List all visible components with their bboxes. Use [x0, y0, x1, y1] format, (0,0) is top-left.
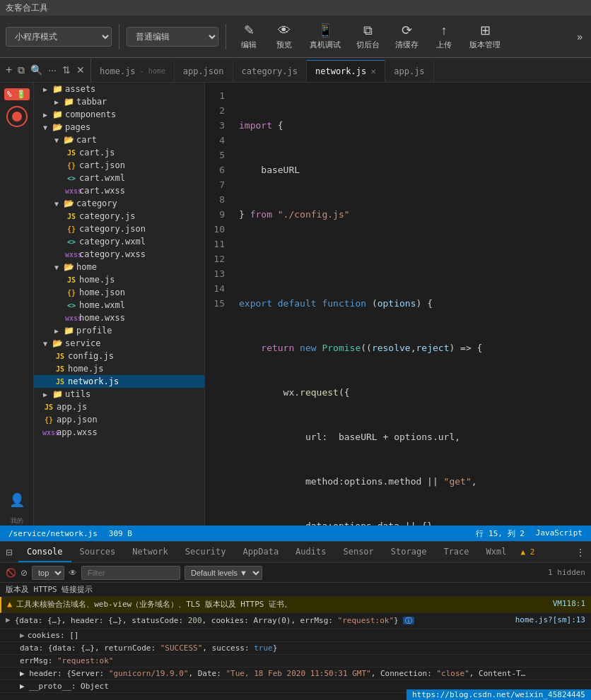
- bottom-panel-collapse[interactable]: ⊟: [0, 547, 18, 557]
- tree-item-cart[interactable]: ▼ 📂 cart: [34, 134, 204, 146]
- tab-app-js-label: app.js: [394, 66, 424, 76]
- tree-item-app-wxss[interactable]: wxss app.wxss: [34, 426, 204, 439]
- tab-more-btn[interactable]: ···: [48, 64, 57, 76]
- tree-item-home-folder[interactable]: ▼ 📂 home: [34, 261, 204, 273]
- record-inner-circle: [12, 112, 22, 121]
- expand-arrow-icon[interactable]: ▶: [6, 615, 11, 624]
- tree-item-cart-wxss[interactable]: wxss cart.wxss: [34, 184, 204, 197]
- editor-scroll-area[interactable]: 1 2 3 4 5 6 7 8 9 10 11 12 13 14 15 impo…: [205, 83, 591, 526]
- wxml-icon-home: <>: [65, 300, 78, 310]
- console-context-select[interactable]: top: [32, 566, 64, 580]
- tab-split-btn[interactable]: ⧉: [18, 64, 25, 76]
- json-icon-category: {}: [65, 224, 78, 234]
- tree-item-profile[interactable]: ▶ 📁 profile: [34, 324, 204, 337]
- toolbar-preview-btn[interactable]: 👁 预览: [269, 20, 300, 53]
- bottom-tab-storage[interactable]: Storage: [382, 542, 435, 562]
- editor-mode-select[interactable]: 普通编辑: [127, 27, 218, 47]
- folder-icon-profile: 📁: [62, 326, 75, 336]
- warning-file-ref[interactable]: VM118:1: [553, 599, 585, 608]
- tab-new-btn[interactable]: +: [6, 64, 12, 76]
- tree-item-home-json[interactable]: {} home.json: [34, 286, 204, 299]
- app-json-label: app.json: [57, 415, 204, 425]
- bottom-tab-network[interactable]: Network: [124, 542, 177, 562]
- mode-select[interactable]: 小程序模式: [6, 27, 112, 47]
- tab-sort-btn[interactable]: ⇅: [62, 64, 71, 76]
- bottom-tab-trace[interactable]: Trace: [435, 542, 477, 562]
- tree-item-cart-wxml[interactable]: <> cart.wxml: [34, 172, 204, 184]
- phone-icon: 📱: [317, 23, 333, 38]
- console-block-btn[interactable]: ⊘: [21, 568, 28, 578]
- tree-item-service[interactable]: ▼ 📂 service: [34, 337, 204, 350]
- tab-home-js-label: home.js: [100, 66, 136, 76]
- bottom-tab-sources[interactable]: Sources: [71, 542, 124, 562]
- bottom-tab-appdata[interactable]: AppData: [235, 542, 288, 562]
- tree-item-home-js[interactable]: JS home.js: [34, 273, 204, 286]
- bottom-tab-wxml[interactable]: Wxml: [478, 542, 515, 562]
- console-output[interactable]: 版本及 HTTPS 链接提示 ▲ 工具未核验合法域名、web-view（业务域名…: [0, 583, 591, 700]
- json-icon-app: {}: [42, 415, 55, 425]
- profile-arrow: ▶: [51, 327, 62, 335]
- toolbar-version-btn[interactable]: ⊞ 版本管理: [464, 20, 506, 53]
- cart-label: cart: [76, 135, 204, 145]
- toolbar-debug-btn[interactable]: 📱 真机调试: [304, 20, 346, 53]
- tree-item-service-home-js[interactable]: JS home.js: [34, 362, 204, 375]
- js-icon-network: JS: [54, 376, 66, 386]
- tree-item-cart-js[interactable]: JS cart.js: [34, 146, 204, 159]
- console-level-select[interactable]: Default levels ▼: [185, 566, 262, 580]
- tab-search-btn[interactable]: 🔍: [30, 64, 42, 76]
- folder-icon-components: 📁: [51, 109, 64, 119]
- cookies-label: cookies: []: [28, 631, 79, 640]
- record-button[interactable]: [6, 106, 28, 127]
- toolbar-clear-btn[interactable]: ⟳ 清缓存: [390, 20, 424, 53]
- bottom-tab-console[interactable]: Console: [18, 542, 71, 562]
- bottom-tab-sensor[interactable]: Sensor: [334, 542, 382, 562]
- toolbar-upload-btn[interactable]: ↑ 上传: [428, 20, 460, 53]
- tab-app-js[interactable]: app.js: [385, 60, 433, 82]
- tree-item-home-wxss[interactable]: wxss home.wxss: [34, 312, 204, 324]
- tree-item-app-js[interactable]: JS app.js: [34, 401, 204, 413]
- tree-item-tabbar[interactable]: ▶ 📁 tabbar: [34, 95, 204, 108]
- code-content[interactable]: import { baseURL } from "./config.js" ex…: [233, 83, 591, 526]
- tab-network-js[interactable]: network.js ✕: [307, 60, 385, 82]
- edit-icon: ✎: [244, 23, 254, 38]
- console-tree-cookies[interactable]: ▶ cookies: []: [0, 629, 591, 642]
- tab-category-js[interactable]: category.js: [233, 60, 307, 82]
- console-tree-data: data: {data: {…}, returnCode: "SUCCESS",…: [0, 642, 591, 655]
- line-num-6: 6: [205, 162, 225, 177]
- tree-item-pages[interactable]: ▼ 📂 pages: [34, 121, 204, 134]
- tree-item-cart-json[interactable]: {} cart.json: [34, 159, 204, 172]
- toolbar-more-btn[interactable]: »: [574, 28, 585, 45]
- tree-item-category-js[interactable]: JS category.js: [34, 210, 204, 223]
- profile-label: profile: [76, 326, 204, 336]
- wxss-icon-cart: wxss: [65, 186, 78, 196]
- tree-item-assets[interactable]: ▶ 📁 assets: [34, 83, 204, 95]
- bottom-url-text: https://blog.csdn.net/weixin_45824445: [412, 690, 585, 699]
- tree-item-utils[interactable]: ▶ 📁 utils: [34, 388, 204, 401]
- tree-item-category-json[interactable]: {} category.json: [34, 223, 204, 235]
- console-filter-input[interactable]: [81, 566, 180, 580]
- folder-icon-tabbar: 📁: [62, 97, 75, 107]
- tree-item-category[interactable]: ▼ 📂 category: [34, 197, 204, 210]
- tree-item-config-js[interactable]: JS config.js: [34, 350, 204, 362]
- tree-item-category-wxml[interactable]: <> category.wxml: [34, 235, 204, 248]
- tree-item-network-js[interactable]: JS network.js: [34, 375, 204, 388]
- user-button[interactable]: 👤: [9, 492, 25, 508]
- bottom-tab-audits[interactable]: Audits: [287, 542, 334, 562]
- tab-close-btn[interactable]: ✕: [76, 64, 85, 76]
- tree-item-home-wxml[interactable]: <> home.wxml: [34, 299, 204, 312]
- bottom-tab-security[interactable]: Security: [177, 542, 235, 562]
- info-file-ref[interactable]: home.js?[sm]:13: [515, 615, 585, 624]
- tab-app-json[interactable]: app.json: [175, 60, 233, 82]
- tree-item-category-wxss[interactable]: wxss category.wxss: [34, 248, 204, 261]
- console-clear-btn[interactable]: 🚫: [6, 568, 16, 578]
- tree-item-components[interactable]: ▶ 📁 components: [34, 108, 204, 121]
- expand-cookies-icon[interactable]: ▶: [20, 631, 25, 640]
- console-eye-btn[interactable]: 👁: [69, 568, 77, 578]
- warning-text-content: 版本及 HTTPS 链接提示: [6, 585, 93, 594]
- tab-home-js[interactable]: home.js - home: [91, 60, 175, 82]
- toolbar-backend-btn[interactable]: ⧉ 切后台: [351, 20, 385, 53]
- toolbar-edit-btn[interactable]: ✎ 编辑: [233, 20, 264, 53]
- bottom-settings-btn[interactable]: ⋮: [575, 547, 585, 558]
- tab-network-js-close[interactable]: ✕: [370, 68, 376, 76]
- tree-item-app-json[interactable]: {} app.json: [34, 413, 204, 426]
